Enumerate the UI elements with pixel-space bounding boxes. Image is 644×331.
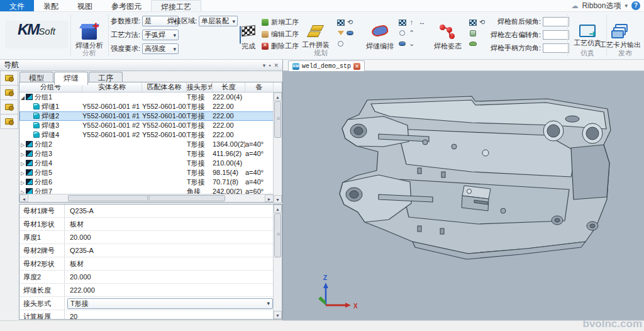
gun-pose-button[interactable]: 焊枪姿态 [430, 22, 465, 51]
capsule-icon[interactable] [347, 31, 353, 35]
angle-input-1[interactable] [543, 30, 569, 40]
tree-toggle-icon[interactable]: ▷ [19, 140, 26, 149]
scrollbar-thumb[interactable] [68, 195, 225, 201]
close-icon[interactable]: ✕ [274, 62, 279, 69]
tree-toggle-icon[interactable]: ▷ [19, 169, 26, 177]
column-header-4[interactable]: 长度 [213, 82, 245, 92]
property-row[interactable]: 母材1牌号Q235-A [19, 205, 274, 218]
table-row-weld[interactable]: 焊缝3Y552-0601-001 #2Y552-0601-002 #1T形接22… [19, 121, 274, 130]
strip-button-1[interactable] [0, 71, 18, 86]
tree-toggle-icon[interactable]: ◢ [19, 93, 26, 102]
ribbon: KMSoft 焊缝分析 分析 参数推理:是工艺方法:手弧焊强度要求:高强度 焊接… [0, 12, 644, 60]
table-row-weld[interactable]: 焊缝2Y552-0601-001 #1Y552-0601-002 #2T形接22… [19, 111, 274, 121]
table-row-group[interactable]: ▷分组4T形接210.00(4) [19, 159, 274, 168]
chevron-down-icon[interactable]: ⌄ [409, 40, 414, 47]
help-icon[interactable]: ? [631, 1, 640, 10]
pin-icon[interactable]: ▾ [263, 62, 266, 69]
flag-icon[interactable] [337, 20, 345, 26]
property-row[interactable]: 焊缝长度222.000 [19, 284, 274, 297]
funnel-icon[interactable] [338, 31, 344, 35]
property-row[interactable]: 母材2形状板材 [19, 257, 274, 271]
scroll-up-icon[interactable]: ▲ [274, 205, 282, 213]
flag-icon[interactable] [469, 20, 477, 26]
scroll-down-icon[interactable]: ▼ [274, 311, 282, 319]
arrow-up-icon[interactable]: ↑ [410, 19, 414, 26]
scrollbar-thumb[interactable] [274, 101, 281, 138]
card-output-button[interactable]: 工艺卡片输出 [596, 22, 644, 50]
pin-icon[interactable] [470, 30, 476, 36]
property-row[interactable]: 厚度120.000 [19, 231, 274, 244]
finish-button[interactable]: 完成 [236, 23, 260, 51]
turtle-icon[interactable] [469, 42, 477, 46]
tree-toggle-icon[interactable]: ▷ [19, 159, 26, 168]
tree-toggle-icon[interactable]: ▷ [19, 178, 26, 187]
scroll-left-icon[interactable]: ◄ [19, 194, 28, 202]
tree-vertical-scrollbar[interactable]: ▲ ▼ [273, 93, 282, 203]
strip-button-2[interactable] [0, 86, 18, 100]
cad-model: Z X [283, 71, 644, 320]
cell-match: Y552-0601-002 #2 [142, 130, 187, 140]
weld-arrange-button[interactable]: 焊缝编排 [364, 22, 396, 51]
op-button-edit[interactable]: 编辑工序 [262, 30, 299, 39]
document-tab[interactable]: KM weld_demo_stp ✕ [288, 60, 365, 71]
circle-icon[interactable] [399, 30, 405, 36]
menu-tab-装配[interactable]: 装配 [34, 0, 68, 11]
table-row-group[interactable]: ▷分组5T形接98.15(4)a=40° [19, 168, 274, 177]
tree-horizontal-scrollbar[interactable]: ◄ ► [19, 194, 274, 202]
angle-input-0[interactable] [543, 17, 569, 26]
workpiece-assemble-button[interactable]: 工件拼装 [298, 22, 333, 50]
tab-焊缝[interactable]: 焊缝 [54, 72, 88, 85]
property-row[interactable]: 计算板厚20 [19, 310, 274, 320]
cell-entity: Y552-0601-001 #2 [82, 130, 142, 140]
param-select[interactable]: 高强度 [142, 43, 179, 54]
ribbon-options-button[interactable]: Ribbon选项 [582, 1, 621, 11]
circle-icon[interactable] [338, 41, 343, 47]
column-header-1[interactable]: 实体名称 [82, 82, 142, 92]
viewport-3d[interactable]: Z X [283, 71, 644, 320]
angle-label: 焊枪左右偏转角: [483, 30, 541, 40]
table-row-weld[interactable]: 焊缝4Y552-0601-001 #2Y552-0601-002 #2T形接22… [19, 130, 274, 140]
fit-width-icon[interactable]: ↔ [419, 19, 426, 26]
rotate-icon[interactable]: ⟲ [347, 19, 353, 26]
chevron-down-icon[interactable]: ▾ [625, 3, 628, 9]
joint-type-combobox[interactable]: T形接 [67, 298, 273, 309]
cell-name: 焊缝4 [19, 130, 82, 140]
tab-close-icon[interactable]: ✕ [353, 63, 360, 70]
flag-icon[interactable] [399, 20, 406, 26]
angle-input-2[interactable] [543, 43, 569, 53]
param-select[interactable]: 手弧焊 [142, 30, 179, 40]
property-row[interactable]: 母材2牌号Q235-A [19, 244, 274, 257]
chevron-up-icon[interactable]: ⌃ [409, 30, 414, 36]
scroll-down-icon[interactable]: ▼ [274, 195, 282, 203]
weld-region-select[interactable]: 单层装配 [199, 16, 238, 26]
table-row-group[interactable]: ▷分组2T形接1364.00(2)a=40° [19, 140, 274, 149]
analysis-group-label: 分析 [70, 48, 108, 58]
scroll-right-icon[interactable]: ► [265, 194, 274, 202]
menu-tab-参考图元[interactable]: 参考图元 [102, 0, 151, 11]
props-vertical-scrollbar[interactable]: ▲ ▼ [273, 205, 282, 319]
column-header-5[interactable]: 备 [245, 82, 274, 92]
property-value: 20.000 [65, 233, 274, 241]
capsule-icon[interactable] [399, 42, 406, 46]
tree-toggle-icon[interactable]: ▷ [19, 150, 26, 159]
op-button-add[interactable]: 新增工序 [262, 18, 299, 27]
strip-button-4[interactable] [0, 115, 18, 129]
side-icon-strip [0, 71, 18, 129]
table-row-group[interactable]: ▷分组6T形接70.71(8)a=40° [19, 177, 274, 187]
table-row-group[interactable]: ▷分组3T形接411.96(2)a=40° [19, 149, 274, 159]
menu-tab-焊接工艺[interactable]: 焊接工艺 [151, 0, 201, 11]
scroll-up-icon[interactable]: ▲ [274, 93, 282, 101]
menu-tab-文件[interactable]: 文件 [0, 0, 34, 11]
column-header-2[interactable]: 匹配体名称 [142, 82, 187, 92]
property-row[interactable]: 接头形式T形接 [19, 297, 274, 310]
weld-analysis-button[interactable]: 焊缝分析 [73, 25, 106, 50]
menu-tab-视图[interactable]: 视图 [68, 0, 102, 11]
table-row-weld[interactable]: 焊缝1Y552-0601-001 #1Y552-0601-002 #1T形接22… [19, 102, 274, 111]
table-row-group[interactable]: ◢分组1T形接222.00(4) [19, 93, 274, 102]
property-row[interactable]: 母材1形状板材 [19, 218, 274, 231]
column-header-3[interactable]: 接头形式 [187, 82, 213, 92]
float-icon[interactable]: ▪ [269, 62, 270, 69]
strip-button-3[interactable] [0, 100, 18, 115]
scrollbar-thumb[interactable] [274, 213, 281, 257]
property-row[interactable]: 厚度220.000 [19, 271, 274, 284]
